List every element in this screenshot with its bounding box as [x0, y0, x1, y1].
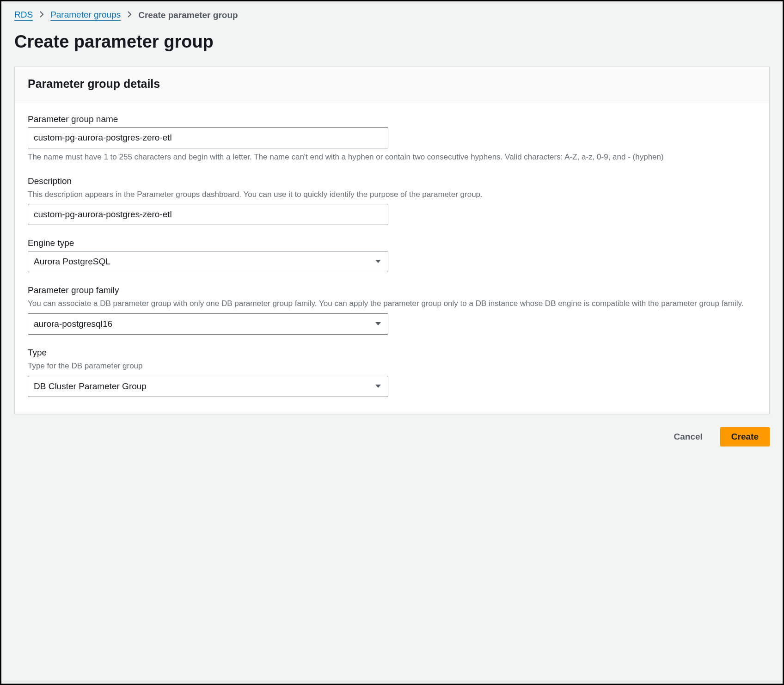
select-engine-type[interactable]: Aurora PostgreSQL: [28, 251, 388, 272]
input-description[interactable]: [28, 204, 388, 225]
cancel-button[interactable]: Cancel: [663, 427, 714, 446]
chevron-right-icon: [39, 11, 44, 20]
caret-down-icon: [375, 259, 381, 264]
chevron-right-icon: [127, 11, 132, 20]
breadcrumb-link-rds[interactable]: RDS: [14, 10, 33, 21]
label-parameter-group-name: Parameter group name: [28, 114, 756, 124]
breadcrumb-current: Create parameter group: [138, 10, 238, 20]
panel-header: Parameter group details: [15, 67, 769, 101]
select-type[interactable]: DB Cluster Parameter Group: [28, 376, 388, 397]
hint-description: This description appears in the Paramete…: [28, 189, 756, 201]
field-engine-type: Engine type Aurora PostgreSQL: [28, 238, 756, 272]
caret-down-icon: [375, 322, 381, 326]
create-button[interactable]: Create: [720, 427, 770, 446]
select-parameter-group-family-value: aurora-postgresql16: [34, 319, 112, 329]
hint-type: Type for the DB parameter group: [28, 361, 756, 372]
select-engine-type-value: Aurora PostgreSQL: [34, 257, 110, 267]
field-parameter-group-name: Parameter group name The name must have …: [28, 114, 756, 163]
label-type: Type: [28, 348, 756, 358]
label-description: Description: [28, 176, 756, 186]
caret-down-icon: [375, 384, 381, 389]
input-parameter-group-name[interactable]: [28, 127, 388, 148]
panel-parameter-group-details: Parameter group details Parameter group …: [14, 67, 770, 414]
form-actions: Cancel Create: [14, 427, 770, 446]
select-parameter-group-family[interactable]: aurora-postgresql16: [28, 313, 388, 335]
field-type: Type Type for the DB parameter group DB …: [28, 348, 756, 397]
breadcrumb: RDS Parameter groups Create parameter gr…: [14, 10, 770, 21]
field-parameter-group-family: Parameter group family You can associate…: [28, 285, 756, 335]
hint-parameter-group-name: The name must have 1 to 255 characters a…: [28, 152, 756, 163]
hint-parameter-group-family: You can associate a DB parameter group w…: [28, 298, 756, 310]
breadcrumb-link-parameter-groups[interactable]: Parameter groups: [50, 10, 121, 21]
select-type-value: DB Cluster Parameter Group: [34, 381, 147, 391]
label-engine-type: Engine type: [28, 238, 756, 248]
panel-title: Parameter group details: [28, 77, 756, 91]
field-description: Description This description appears in …: [28, 176, 756, 226]
label-parameter-group-family: Parameter group family: [28, 285, 756, 295]
page-title: Create parameter group: [14, 32, 770, 52]
